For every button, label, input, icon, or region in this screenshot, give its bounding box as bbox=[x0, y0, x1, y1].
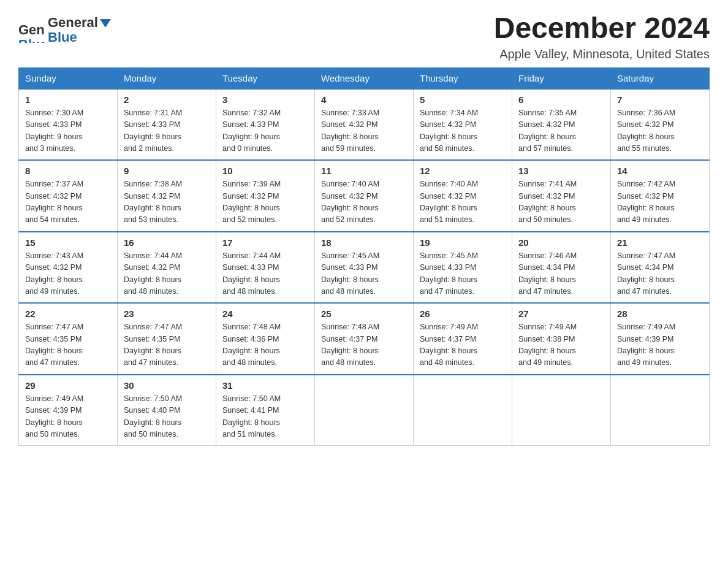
calendar-cell: 15Sunrise: 7:43 AMSunset: 4:32 PMDayligh… bbox=[19, 232, 118, 304]
calendar-cell: 13Sunrise: 7:41 AMSunset: 4:32 PMDayligh… bbox=[512, 160, 611, 232]
day-number: 26 bbox=[420, 308, 506, 319]
day-info: Sunrise: 7:45 AMSunset: 4:33 PMDaylight:… bbox=[321, 250, 407, 298]
day-info: Sunrise: 7:40 AMSunset: 4:32 PMDaylight:… bbox=[321, 178, 407, 226]
day-number: 5 bbox=[420, 94, 506, 105]
day-number: 29 bbox=[25, 380, 111, 391]
calendar-cell: 16Sunrise: 7:44 AMSunset: 4:32 PMDayligh… bbox=[118, 232, 216, 304]
calendar-cell bbox=[414, 375, 512, 446]
day-info: Sunrise: 7:40 AMSunset: 4:32 PMDaylight:… bbox=[420, 178, 506, 226]
calendar-week-2: 8Sunrise: 7:37 AMSunset: 4:32 PMDaylight… bbox=[19, 160, 710, 232]
calendar-cell: 26Sunrise: 7:49 AMSunset: 4:37 PMDayligh… bbox=[414, 303, 512, 375]
day-info: Sunrise: 7:31 AMSunset: 4:33 PMDaylight:… bbox=[124, 107, 210, 155]
calendar-cell: 30Sunrise: 7:50 AMSunset: 4:40 PMDayligh… bbox=[118, 375, 216, 446]
calendar-body: 1Sunrise: 7:30 AMSunset: 4:33 PMDaylight… bbox=[19, 89, 710, 446]
calendar-cell: 10Sunrise: 7:39 AMSunset: 4:32 PMDayligh… bbox=[216, 160, 315, 232]
svg-text:Blue: Blue bbox=[18, 37, 44, 43]
day-info: Sunrise: 7:38 AMSunset: 4:32 PMDaylight:… bbox=[124, 178, 210, 226]
title-area: December 2024 Apple Valley, Minnesota, U… bbox=[494, 12, 710, 61]
calendar-cell: 5Sunrise: 7:34 AMSunset: 4:32 PMDaylight… bbox=[414, 89, 512, 161]
day-number: 23 bbox=[124, 308, 210, 319]
day-number: 7 bbox=[617, 94, 703, 105]
calendar-cell: 21Sunrise: 7:47 AMSunset: 4:34 PMDayligh… bbox=[611, 232, 710, 304]
day-number: 21 bbox=[617, 237, 703, 248]
day-number: 9 bbox=[124, 166, 210, 176]
day-number: 13 bbox=[518, 166, 604, 176]
calendar-cell: 6Sunrise: 7:35 AMSunset: 4:32 PMDaylight… bbox=[512, 89, 611, 161]
calendar-cell: 7Sunrise: 7:36 AMSunset: 4:32 PMDaylight… bbox=[611, 89, 710, 161]
day-number: 10 bbox=[222, 166, 308, 176]
day-info: Sunrise: 7:45 AMSunset: 4:33 PMDaylight:… bbox=[420, 250, 506, 298]
calendar-week-1: 1Sunrise: 7:30 AMSunset: 4:33 PMDaylight… bbox=[19, 89, 710, 161]
day-info: Sunrise: 7:47 AMSunset: 4:34 PMDaylight:… bbox=[617, 250, 703, 298]
day-number: 2 bbox=[124, 94, 210, 105]
calendar-cell bbox=[512, 375, 611, 446]
calendar-cell: 22Sunrise: 7:47 AMSunset: 4:35 PMDayligh… bbox=[19, 303, 118, 375]
day-number: 12 bbox=[420, 166, 506, 176]
calendar-cell bbox=[611, 375, 710, 446]
header-row: Sunday Monday Tuesday Wednesday Thursday… bbox=[19, 67, 710, 89]
day-info: Sunrise: 7:36 AMSunset: 4:32 PMDaylight:… bbox=[617, 107, 703, 155]
day-info: Sunrise: 7:33 AMSunset: 4:32 PMDaylight:… bbox=[321, 107, 407, 155]
day-info: Sunrise: 7:41 AMSunset: 4:32 PMDaylight:… bbox=[518, 178, 604, 226]
calendar-cell: 8Sunrise: 7:37 AMSunset: 4:32 PMDaylight… bbox=[19, 160, 118, 232]
calendar-cell: 29Sunrise: 7:49 AMSunset: 4:39 PMDayligh… bbox=[19, 375, 118, 446]
day-info: Sunrise: 7:35 AMSunset: 4:32 PMDaylight:… bbox=[518, 107, 604, 155]
day-info: Sunrise: 7:34 AMSunset: 4:32 PMDaylight:… bbox=[420, 107, 506, 155]
calendar-cell: 4Sunrise: 7:33 AMSunset: 4:32 PMDaylight… bbox=[315, 89, 414, 161]
day-number: 11 bbox=[321, 166, 407, 176]
calendar-cell: 24Sunrise: 7:48 AMSunset: 4:36 PMDayligh… bbox=[216, 303, 315, 375]
day-number: 1 bbox=[25, 94, 111, 105]
day-number: 4 bbox=[321, 94, 407, 105]
logo-svg: General Blue bbox=[18, 17, 44, 43]
calendar-cell: 17Sunrise: 7:44 AMSunset: 4:33 PMDayligh… bbox=[216, 232, 315, 304]
day-info: Sunrise: 7:32 AMSunset: 4:33 PMDaylight:… bbox=[222, 107, 308, 155]
day-number: 6 bbox=[518, 94, 604, 105]
day-number: 27 bbox=[518, 308, 604, 319]
calendar-table: Sunday Monday Tuesday Wednesday Thursday… bbox=[18, 67, 710, 446]
day-number: 16 bbox=[124, 237, 210, 248]
day-number: 15 bbox=[25, 237, 111, 248]
svg-text:General: General bbox=[18, 22, 44, 37]
calendar-cell: 31Sunrise: 7:50 AMSunset: 4:41 PMDayligh… bbox=[216, 375, 315, 446]
col-saturday: Saturday bbox=[611, 67, 710, 89]
calendar-cell: 12Sunrise: 7:40 AMSunset: 4:32 PMDayligh… bbox=[414, 160, 512, 232]
day-info: Sunrise: 7:49 AMSunset: 4:39 PMDaylight:… bbox=[25, 393, 111, 441]
day-number: 3 bbox=[222, 94, 308, 105]
calendar-week-4: 22Sunrise: 7:47 AMSunset: 4:35 PMDayligh… bbox=[19, 303, 710, 375]
day-number: 14 bbox=[617, 166, 703, 176]
day-info: Sunrise: 7:43 AMSunset: 4:32 PMDaylight:… bbox=[25, 250, 111, 298]
calendar-cell: 25Sunrise: 7:48 AMSunset: 4:37 PMDayligh… bbox=[315, 303, 414, 375]
calendar-cell: 3Sunrise: 7:32 AMSunset: 4:33 PMDaylight… bbox=[216, 89, 315, 161]
col-friday: Friday bbox=[512, 67, 611, 89]
day-info: Sunrise: 7:42 AMSunset: 4:32 PMDaylight:… bbox=[617, 178, 703, 226]
day-number: 20 bbox=[518, 237, 604, 248]
col-thursday: Thursday bbox=[414, 67, 512, 89]
calendar-cell: 18Sunrise: 7:45 AMSunset: 4:33 PMDayligh… bbox=[315, 232, 414, 304]
day-number: 22 bbox=[25, 308, 111, 319]
day-number: 17 bbox=[222, 237, 308, 248]
day-number: 31 bbox=[222, 380, 308, 391]
logo-triangle-icon bbox=[100, 19, 111, 28]
logo-general-text: General bbox=[48, 15, 98, 30]
calendar-cell: 27Sunrise: 7:49 AMSunset: 4:38 PMDayligh… bbox=[512, 303, 611, 375]
logo-general: General bbox=[48, 15, 111, 30]
col-wednesday: Wednesday bbox=[315, 67, 414, 89]
day-number: 18 bbox=[321, 237, 407, 248]
col-monday: Monday bbox=[118, 67, 216, 89]
day-info: Sunrise: 7:37 AMSunset: 4:32 PMDaylight:… bbox=[25, 178, 111, 226]
calendar-cell: 28Sunrise: 7:49 AMSunset: 4:39 PMDayligh… bbox=[611, 303, 710, 375]
day-info: Sunrise: 7:47 AMSunset: 4:35 PMDaylight:… bbox=[25, 321, 111, 369]
day-info: Sunrise: 7:50 AMSunset: 4:41 PMDaylight:… bbox=[222, 393, 308, 441]
calendar-week-5: 29Sunrise: 7:49 AMSunset: 4:39 PMDayligh… bbox=[19, 375, 710, 446]
day-info: Sunrise: 7:49 AMSunset: 4:38 PMDaylight:… bbox=[518, 321, 604, 369]
day-info: Sunrise: 7:48 AMSunset: 4:36 PMDaylight:… bbox=[222, 321, 308, 369]
day-number: 24 bbox=[222, 308, 308, 319]
calendar-cell: 9Sunrise: 7:38 AMSunset: 4:32 PMDaylight… bbox=[118, 160, 216, 232]
calendar-cell bbox=[315, 375, 414, 446]
day-info: Sunrise: 7:44 AMSunset: 4:33 PMDaylight:… bbox=[222, 250, 308, 298]
day-number: 8 bbox=[25, 166, 111, 176]
location-title: Apple Valley, Minnesota, United States bbox=[494, 47, 710, 61]
day-info: Sunrise: 7:49 AMSunset: 4:39 PMDaylight:… bbox=[617, 321, 703, 369]
calendar-cell: 1Sunrise: 7:30 AMSunset: 4:33 PMDaylight… bbox=[19, 89, 118, 161]
logo: General Blue General Blue bbox=[18, 12, 111, 45]
